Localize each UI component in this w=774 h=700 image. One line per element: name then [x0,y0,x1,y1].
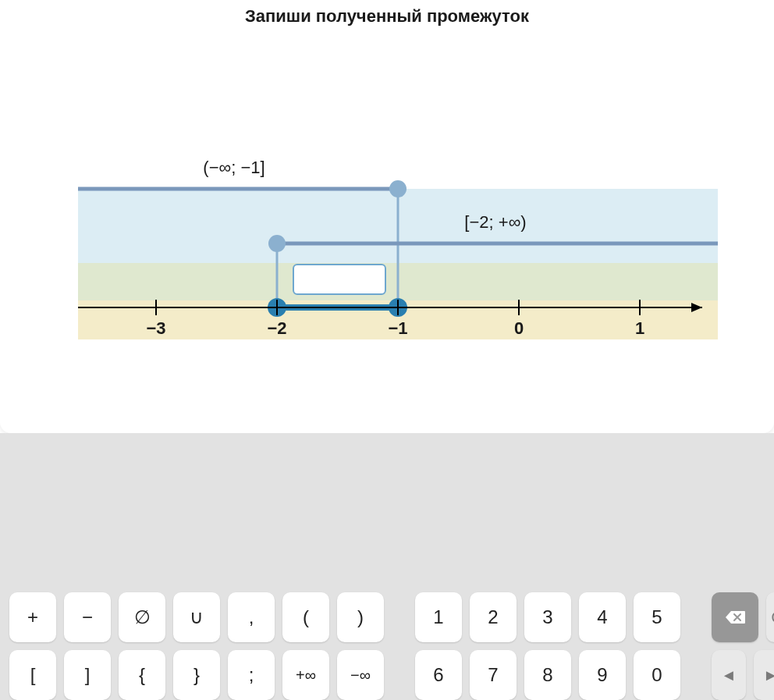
key-minus[interactable]: − [64,592,111,642]
key-nav-right[interactable]: ► [754,650,774,700]
keyboard-row-1: + − ∅ ∪ , ( ) 1 2 3 4 5 OK [9,592,765,642]
key-0[interactable]: 0 [634,650,680,700]
page-title: Запиши полученный промежуток [0,0,774,27]
key-6[interactable]: 6 [415,650,462,700]
tick-label: 1 [635,318,644,338]
key-union[interactable]: ∪ [173,592,220,642]
key-lparen[interactable]: ( [282,592,329,642]
interval-a-label: (−∞; −1] [203,158,265,177]
interval-b-endpoint [268,235,286,252]
key-lbracket[interactable]: [ [9,650,56,700]
tick-label: −3 [146,318,165,338]
key-rbracket[interactable]: ] [64,650,111,700]
key-9[interactable]: 9 [579,650,626,700]
answer-input[interactable] [293,264,386,295]
key-rbrace[interactable]: } [173,650,220,700]
key-ok[interactable]: OK [766,592,774,642]
key-minus-infinity[interactable]: −∞ [337,650,384,700]
key-1[interactable]: 1 [415,592,462,642]
gray-spacer [0,433,774,589]
key-nav-left[interactable]: ◄ [712,650,746,700]
key-semicolon[interactable]: ; [228,650,275,700]
backspace-icon [725,610,745,624]
key-4[interactable]: 4 [579,592,626,642]
key-2[interactable]: 2 [470,592,517,642]
key-plus-infinity[interactable]: +∞ [282,650,329,700]
key-comma[interactable]: , [228,592,275,642]
key-lbrace[interactable]: { [119,650,165,700]
key-backspace[interactable] [712,592,758,642]
key-rparen[interactable]: ) [337,592,384,642]
interval-a-endpoint [389,180,407,197]
problem-card: Запиши полученный промежуток (−∞; −1] [−… [0,0,774,433]
tick-label: 0 [514,318,524,338]
math-keyboard: + − ∅ ∪ , ( ) 1 2 3 4 5 OK [ ] { } ; +∞ … [0,585,774,700]
key-8[interactable]: 8 [524,650,571,700]
key-5[interactable]: 5 [634,592,680,642]
key-3[interactable]: 3 [524,592,571,642]
key-7[interactable]: 7 [470,650,517,700]
number-line-diagram: (−∞; −1] [−2; +∞) −3 −2 −1 0 [78,148,718,339]
tick-label: −1 [388,318,407,338]
key-plus[interactable]: + [9,592,56,642]
tick-label: −2 [267,318,286,338]
interval-b-label: [−2; +∞) [464,212,526,232]
keyboard-row-2: [ ] { } ; +∞ −∞ 6 7 8 9 0 ◄ ► [9,650,765,700]
key-emptyset[interactable]: ∅ [119,592,165,642]
